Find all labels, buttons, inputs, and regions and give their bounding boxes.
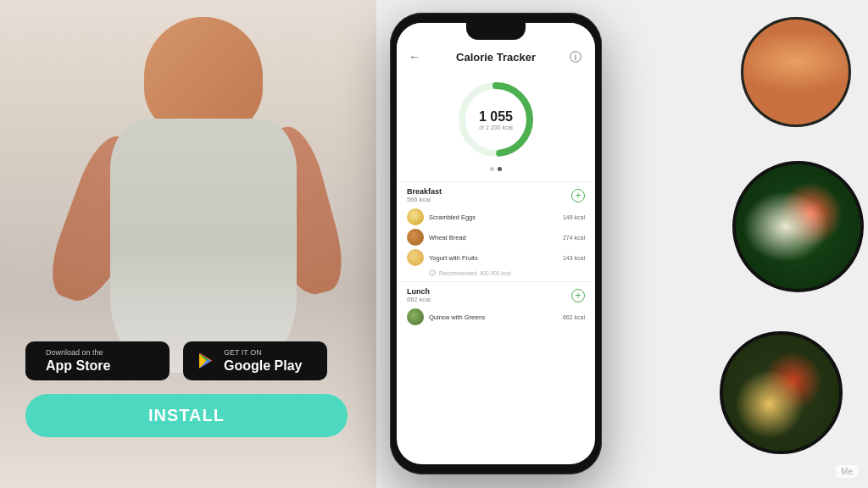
lunch-header: Lunch 662 kcal +: [407, 287, 585, 303]
person-head: [144, 17, 263, 136]
food-bowl-bottom-content: [723, 335, 839, 451]
app-store-text: Download on the App Store: [46, 348, 110, 374]
breakfast-section: Breakfast 566 kcal + Scrambled Eggs 149 …: [397, 181, 595, 281]
lunch-section: Lunch 662 kcal + Quinoa with Greens 662 …: [397, 281, 595, 332]
quinoa-name: Quinoa with Greens: [429, 313, 558, 321]
google-play-text: GET IT ON Google Play: [224, 348, 302, 374]
food-item-quinoa: Quinoa with Greens 662 kcal: [407, 307, 585, 327]
lunch-title: Lunch: [407, 287, 431, 296]
phone-mockup: ← Calorie Tracker ⓘ 1 055 of 2 200 kcal: [390, 13, 602, 474]
store-buttons-group: Download on the App Store GET IT ON Goog…: [25, 341, 381, 380]
food-bowl-bottom: [720, 331, 843, 454]
app-store-small-text: Download on the: [46, 348, 110, 358]
calorie-number: 1 055: [479, 109, 513, 125]
bread-icon: [407, 229, 424, 246]
phone-screen: ← Calorie Tracker ⓘ 1 055 of 2 200 kcal: [397, 23, 595, 464]
google-play-small-text: GET IT ON: [224, 348, 302, 358]
eggs-name: Scrambled Eggs: [429, 214, 558, 221]
food-item-yogurt: Yogurt with Fruits 143 kcal: [407, 247, 585, 268]
calorie-ring: 1 055 of 2 200 kcal: [453, 77, 538, 162]
yogurt-name: Yogurt with Fruits: [429, 254, 558, 262]
app-store-button[interactable]: Download on the App Store: [25, 341, 170, 380]
phone-notch: [466, 23, 526, 40]
google-play-icon: [197, 351, 217, 371]
breakfast-add-button[interactable]: +: [571, 189, 585, 202]
lunch-title-group: Lunch 662 kcal: [407, 287, 431, 303]
watermark: Mе: [836, 465, 858, 478]
food-bowl-middle: [732, 161, 864, 292]
info-icon[interactable]: ⓘ: [570, 50, 583, 64]
app-screen: ← Calorie Tracker ⓘ 1 055 of 2 200 kcal: [397, 23, 595, 464]
quinoa-kcal: 662 kcal: [563, 314, 585, 320]
page-dots: [490, 167, 502, 171]
yogurt-icon: [407, 249, 424, 266]
food-bowl-top-content: [743, 19, 849, 125]
google-play-large-text: Google Play: [224, 358, 302, 374]
eggs-kcal: 149 kcal: [563, 214, 585, 220]
breakfast-header: Breakfast 566 kcal +: [407, 187, 585, 203]
food-bowl-middle-content: [736, 164, 860, 289]
breakfast-kcal: 566 kcal: [407, 196, 442, 203]
rec-icon: ⓘ: [429, 269, 436, 276]
lunch-add-button[interactable]: +: [571, 289, 585, 302]
lunch-kcal: 662 kcal: [407, 296, 431, 303]
eggs-icon: [407, 208, 424, 225]
dot-1: [490, 167, 494, 171]
food-bowl-top: [741, 17, 851, 127]
quinoa-icon: [407, 308, 424, 325]
app-store-large-text: App Store: [46, 358, 110, 374]
cta-panel: Download on the App Store GET IT ON Goog…: [25, 341, 381, 437]
dot-2: [498, 167, 502, 171]
breakfast-title-group: Breakfast 566 kcal: [407, 187, 442, 203]
calorie-section: 1 055 of 2 200 kcal: [397, 70, 595, 181]
bread-name: Wheat Bread: [429, 234, 558, 241]
person-torso: [110, 119, 297, 373]
phone-frame: ← Calorie Tracker ⓘ 1 055 of 2 200 kcal: [390, 13, 602, 474]
install-button[interactable]: INSTALL: [25, 394, 348, 437]
recommended-text: ⓘ Recommended: 400-500 kcal: [407, 268, 585, 276]
bread-kcal: 274 kcal: [563, 235, 585, 241]
calorie-total: of 2 200 kcal: [479, 124, 513, 130]
breakfast-title: Breakfast: [407, 187, 442, 196]
calorie-text: 1 055 of 2 200 kcal: [479, 109, 513, 130]
google-play-button[interactable]: GET IT ON Google Play: [183, 341, 327, 380]
food-item-bread: Wheat Bread 274 kcal: [407, 227, 585, 247]
food-item-eggs: Scrambled Eggs 149 kcal: [407, 207, 585, 227]
app-title: Calorie Tracker: [456, 51, 536, 64]
yogurt-kcal: 143 kcal: [563, 255, 585, 261]
back-icon[interactable]: ←: [409, 50, 422, 64]
